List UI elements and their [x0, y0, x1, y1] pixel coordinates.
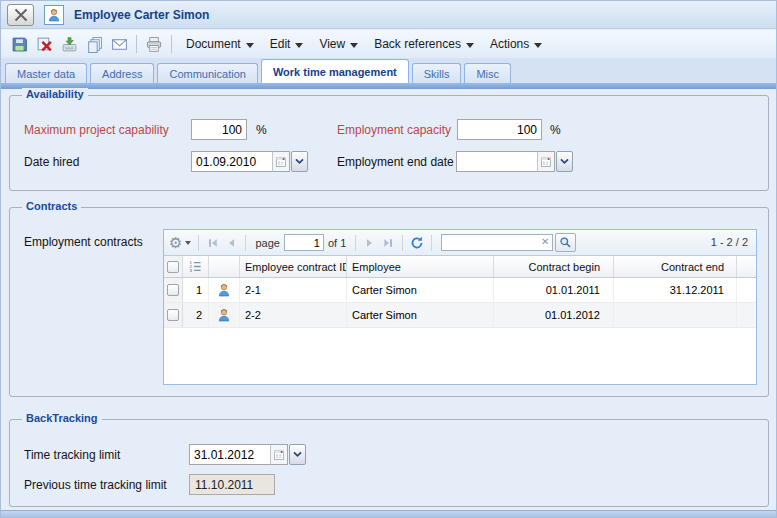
calendar-icon	[275, 156, 287, 168]
availability-legend: Availability	[22, 88, 88, 100]
refresh-button[interactable]	[408, 234, 426, 252]
pager-separator	[355, 235, 356, 251]
chevron-down-icon	[295, 158, 304, 165]
column-header-spacer	[737, 256, 756, 277]
refresh-icon	[410, 236, 424, 250]
menu-label: Back references	[374, 37, 461, 51]
tab-work-time-management[interactable]: Work time management	[261, 59, 409, 83]
calendar-button[interactable]	[273, 151, 290, 172]
calendar-button[interactable]	[538, 151, 555, 172]
date-dropdown-button[interactable]	[556, 151, 573, 172]
first-page-icon	[207, 237, 219, 249]
row-icon-cell	[209, 303, 240, 327]
row-number-column-header[interactable]: 1 2 3	[183, 256, 209, 277]
row-checkbox[interactable]	[164, 278, 183, 302]
main-toolbar: Document Edit View Back references Actio…	[1, 30, 776, 58]
print-icon	[145, 36, 163, 53]
employee-icon	[44, 5, 64, 25]
first-page-button[interactable]	[204, 234, 222, 252]
grid-search-input[interactable]	[441, 234, 553, 251]
window-bottom-edge	[1, 510, 776, 517]
employee-icon	[217, 308, 231, 322]
tab-strip-bottom-bar	[1, 83, 776, 89]
copy-button[interactable]	[83, 33, 105, 55]
pager-separator	[198, 235, 199, 251]
last-page-button[interactable]	[379, 234, 397, 252]
max-project-capability-input[interactable]	[191, 119, 247, 140]
column-header-contract-begin[interactable]: Contract begin	[494, 256, 614, 277]
print-button[interactable]	[143, 33, 165, 55]
column-header-contract-id[interactable]: Employee contract ID	[240, 256, 347, 277]
chevron-down-icon	[293, 451, 302, 458]
contract-end-cell	[614, 303, 737, 327]
tab-address[interactable]: Address	[90, 63, 154, 83]
grid-settings-button[interactable]: ⚙	[169, 235, 191, 250]
date-hired-input[interactable]	[191, 151, 273, 172]
employment-capacity-input[interactable]	[457, 119, 542, 140]
chevron-down-icon	[466, 43, 474, 48]
table-row[interactable]: 2 2-2 Carter Simon 01.01.2012	[164, 303, 756, 328]
employee-icon	[217, 283, 231, 297]
date-hired-field	[191, 151, 308, 172]
page-label: page	[255, 237, 279, 249]
prev-page-button[interactable]	[222, 234, 240, 252]
employment-contracts-label: Employment contracts	[24, 235, 143, 249]
contract-begin-cell: 01.01.2012	[494, 303, 614, 327]
menu-document[interactable]: Document	[186, 37, 254, 51]
select-all-checkbox[interactable]	[164, 256, 183, 277]
checkin-button[interactable]	[58, 33, 80, 55]
calendar-icon	[273, 449, 285, 461]
tab-strip: Master data Address Communication Work t…	[1, 58, 776, 83]
row-number-cell: 2	[183, 303, 209, 327]
next-page-button[interactable]	[361, 234, 379, 252]
menu-label: Edit	[270, 37, 291, 51]
clear-search-icon[interactable]: ✕	[541, 236, 549, 247]
page-input[interactable]	[284, 234, 324, 251]
menu-actions[interactable]: Actions	[490, 37, 542, 51]
row-checkbox[interactable]	[164, 303, 183, 327]
column-header-contract-end[interactable]: Contract end	[614, 256, 737, 277]
tab-master-data[interactable]: Master data	[5, 63, 87, 83]
pager-separator	[431, 235, 432, 251]
tab-misc[interactable]: Misc	[464, 63, 511, 83]
contract-id-cell: 2-2	[240, 303, 347, 327]
mail-button[interactable]	[108, 33, 130, 55]
toolbar-separator	[171, 35, 172, 53]
tab-communication[interactable]: Communication	[157, 63, 257, 83]
calendar-button[interactable]	[271, 444, 288, 465]
table-row[interactable]: 1 2-1 Carter Simon 01.01.2011 31.12.2011	[164, 278, 756, 303]
tab-skills[interactable]: Skills	[412, 63, 462, 83]
close-button[interactable]	[7, 4, 34, 26]
icon-column-header[interactable]	[209, 256, 240, 277]
time-tracking-limit-label: Time tracking limit	[24, 448, 120, 462]
grid-paging-toolbar: ⚙ page of 1	[164, 230, 756, 256]
chevron-down-icon	[560, 158, 569, 165]
menu-edit[interactable]: Edit	[270, 37, 304, 51]
row-number-cell: 1	[183, 278, 209, 302]
max-project-capability-label: Maximum project capability	[24, 123, 169, 137]
contract-end-cell: 31.12.2011	[614, 278, 737, 302]
employee-window: Employee Carter Simon	[0, 0, 777, 518]
menu-back-references[interactable]: Back references	[374, 37, 474, 51]
calendar-icon	[540, 156, 552, 168]
search-icon	[559, 236, 572, 249]
column-header-employee[interactable]: Employee	[347, 256, 494, 277]
row-spacer-cell	[737, 278, 756, 302]
menu-view[interactable]: View	[319, 37, 358, 51]
close-icon	[13, 7, 29, 23]
date-dropdown-button[interactable]	[289, 444, 306, 465]
employment-capacity-label: Employment capacity	[337, 123, 451, 137]
copy-icon	[86, 36, 103, 53]
employment-end-date-input[interactable]	[456, 151, 538, 172]
save-button[interactable]	[8, 33, 30, 55]
time-tracking-limit-input[interactable]	[189, 444, 271, 465]
time-tracking-limit-field	[189, 444, 306, 465]
delete-icon	[36, 36, 53, 53]
previous-time-tracking-limit-label: Previous time tracking limit	[24, 478, 167, 492]
contracts-legend: Contracts	[22, 200, 81, 212]
delete-button[interactable]	[33, 33, 55, 55]
previous-time-tracking-limit-value: 11.10.2011	[189, 474, 275, 495]
search-button[interactable]	[555, 233, 576, 252]
date-dropdown-button[interactable]	[291, 151, 308, 172]
toolbar-separator	[136, 35, 137, 53]
